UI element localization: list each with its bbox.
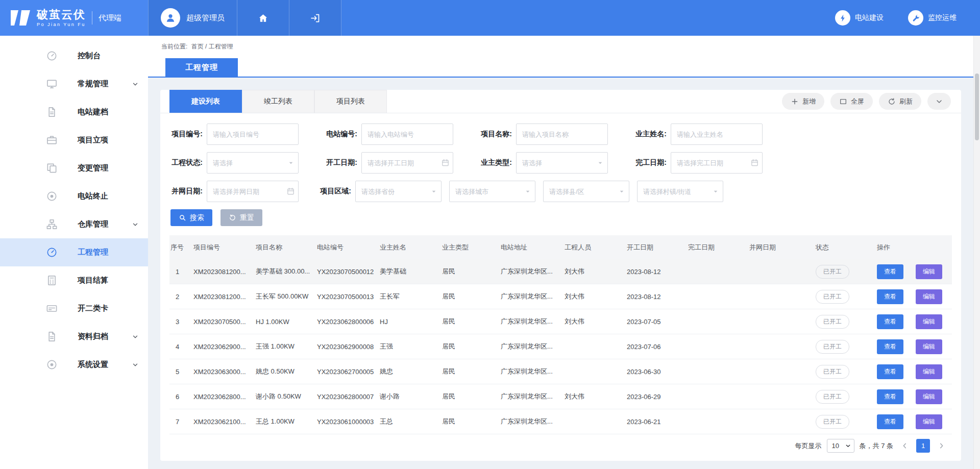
- region-select[interactable]: [355, 181, 442, 202]
- fullscreen-button[interactable]: 全屏: [830, 93, 873, 110]
- filter-input[interactable]: [516, 152, 608, 174]
- filter-label: 开工日期:: [318, 158, 357, 167]
- filter-input[interactable]: [516, 124, 608, 145]
- table-column-header[interactable]: 完工日期: [687, 243, 748, 252]
- table-column-header[interactable]: 操作: [876, 243, 952, 252]
- cell-index: 6: [169, 393, 192, 401]
- sidebar-item[interactable]: 项目结算: [0, 266, 148, 294]
- filter-input[interactable]: [207, 152, 299, 174]
- cell-owner-name: 谢小路: [379, 392, 441, 401]
- region-select[interactable]: [637, 181, 723, 202]
- sidebar-item[interactable]: 电站建档: [0, 98, 148, 126]
- header-quick-link[interactable]: 监控运维: [908, 10, 957, 26]
- view-button[interactable]: 查看: [877, 314, 903, 329]
- view-button[interactable]: 查看: [877, 289, 903, 304]
- sidebar-item[interactable]: 控制台: [0, 42, 148, 70]
- sidebar-item[interactable]: 资料归档: [0, 323, 148, 351]
- prev-page-button[interactable]: [898, 441, 911, 450]
- reset-button[interactable]: 重置: [220, 209, 262, 226]
- table-row[interactable]: 6 XM2023062800... 谢小路 0.50KW YX202306280…: [169, 384, 952, 409]
- filter-input[interactable]: [207, 124, 299, 145]
- table-column-header[interactable]: 序号: [169, 243, 192, 252]
- view-button[interactable]: 查看: [877, 389, 903, 404]
- sidebar-item[interactable]: 开二类卡: [0, 294, 148, 323]
- status-badge: 已开工: [816, 365, 849, 379]
- region-selects: [355, 181, 723, 202]
- table-column-header[interactable]: 并网日期: [748, 243, 815, 252]
- window-scrollbar[interactable]: [973, 36, 980, 469]
- table-row[interactable]: 4 XM2023062900... 王强 1.00KW YX2023062900…: [169, 334, 952, 359]
- table-column-header[interactable]: 业主类型: [441, 243, 500, 252]
- topbar: 当前位置: 首页 / 工程管理 工程管理: [148, 36, 980, 78]
- table-column-header[interactable]: 业主姓名: [379, 243, 441, 252]
- table-column-header[interactable]: 电站地址: [500, 243, 564, 252]
- edit-button[interactable]: 编辑: [916, 414, 942, 429]
- next-page-button[interactable]: [935, 441, 948, 450]
- edit-button[interactable]: 编辑: [916, 314, 942, 329]
- brand[interactable]: 破茧云伏 Po Jian Yun Fu 代理端: [0, 0, 148, 36]
- table-row[interactable]: 5 XM2023063000... 姚忠 0.50KW YX2023062700…: [169, 359, 952, 384]
- filter-input[interactable]: [671, 152, 763, 174]
- sidebar-item[interactable]: 工程管理: [0, 238, 148, 266]
- cell-owner-type: 居民: [441, 267, 500, 276]
- sidebar-item[interactable]: 仓库管理: [0, 210, 148, 238]
- table-column-header[interactable]: 状态: [815, 243, 876, 252]
- cell-project-name: 谢小路 0.50KW: [255, 392, 316, 401]
- sidebar-item[interactable]: 变更管理: [0, 154, 148, 182]
- header-quick-link[interactable]: 电站建设: [835, 10, 884, 26]
- sidebar-item[interactable]: 系统设置: [0, 351, 148, 379]
- sidebar-item-icon: [46, 246, 59, 259]
- sidebar-item-label: 控制台: [78, 51, 101, 61]
- table-row[interactable]: 7 XM2023062100... 王总 1.00KW YX2023061000…: [169, 409, 952, 434]
- view-button[interactable]: 查看: [877, 364, 903, 379]
- tab[interactable]: 建设列表: [169, 90, 242, 113]
- filter-input[interactable]: [361, 152, 453, 174]
- table-column-header[interactable]: 电站编号: [316, 243, 379, 252]
- refresh-button[interactable]: 刷新: [879, 93, 921, 110]
- filter-input[interactable]: [361, 124, 453, 145]
- table-row[interactable]: 2 XM2023081200... 王长军 500.00KW YX2023070…: [169, 284, 952, 309]
- search-button[interactable]: 搜索: [170, 209, 212, 226]
- edit-button[interactable]: 编辑: [916, 339, 942, 354]
- user-menu[interactable]: 超级管理员: [148, 0, 237, 36]
- status-badge: 已开工: [816, 340, 849, 354]
- breadcrumb-path[interactable]: 首页 / 工程管理: [191, 43, 233, 50]
- tab[interactable]: 竣工列表: [242, 90, 314, 113]
- page-tab[interactable]: 工程管理: [165, 58, 238, 77]
- total-count-label: 条，共 7 条: [860, 441, 893, 451]
- tab[interactable]: 项目列表: [314, 90, 387, 113]
- region-select[interactable]: [543, 181, 629, 202]
- cell-index: 1: [169, 268, 192, 276]
- sidebar-item[interactable]: 常规管理: [0, 70, 148, 98]
- logout-button[interactable]: [289, 0, 341, 36]
- view-button[interactable]: 查看: [877, 264, 903, 279]
- grid-date-input[interactable]: [207, 181, 299, 202]
- filter-row-3: 并网日期: 项目区域:: [163, 181, 961, 202]
- edit-button[interactable]: 编辑: [916, 289, 942, 304]
- scrollbar-thumb[interactable]: [975, 73, 979, 140]
- table-column-header[interactable]: 项目编号: [192, 243, 255, 252]
- table-row[interactable]: 1 XM2023081200... 美学基础 300.00... YX20230…: [169, 259, 952, 284]
- per-page-label: 每页显示: [795, 441, 822, 451]
- table-body: 1 XM2023081200... 美学基础 300.00... YX20230…: [169, 259, 952, 434]
- collapse-button[interactable]: [927, 93, 951, 110]
- edit-button[interactable]: 编辑: [916, 389, 942, 404]
- edit-button[interactable]: 编辑: [916, 264, 942, 279]
- home-button[interactable]: [237, 0, 289, 36]
- table-column-header[interactable]: 工程人员: [564, 243, 626, 252]
- cell-station-no: YX2023062800007: [316, 393, 379, 401]
- table-column-header[interactable]: 开工日期: [626, 243, 687, 252]
- sidebar-item[interactable]: 项目立项: [0, 126, 148, 154]
- filter-input[interactable]: [671, 124, 763, 145]
- view-button[interactable]: 查看: [877, 414, 903, 429]
- region-select[interactable]: [449, 181, 535, 202]
- data-table: 序号 项目编号 项目名称 电站编号 业主姓名 业主类型 电站地址 工程人员: [169, 235, 952, 434]
- add-button[interactable]: 新增: [782, 93, 824, 110]
- page-1-button[interactable]: 1: [916, 439, 930, 453]
- sidebar-item[interactable]: 电站终止: [0, 182, 148, 210]
- view-button[interactable]: 查看: [877, 339, 903, 354]
- table-row[interactable]: 3 XM2023070500... HJ 1.00KW YX2023062800…: [169, 309, 952, 334]
- table-column-header[interactable]: 项目名称: [255, 243, 316, 252]
- edit-button[interactable]: 编辑: [916, 364, 942, 379]
- per-page-select[interactable]: 10: [827, 439, 854, 453]
